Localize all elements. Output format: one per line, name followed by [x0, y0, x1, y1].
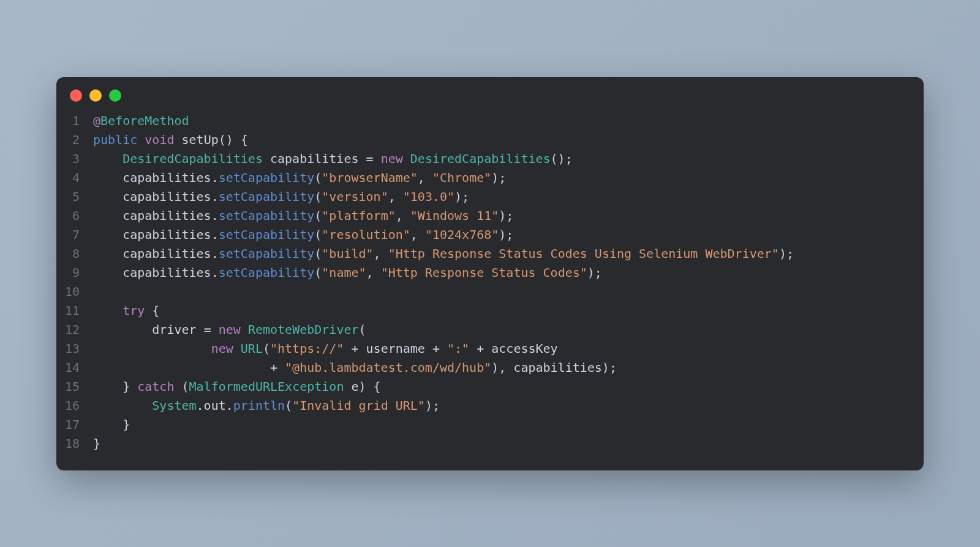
token-punct: );: [425, 398, 440, 413]
token-punct: [93, 303, 123, 318]
line-number: 12: [56, 320, 93, 339]
token-var: capabilities.: [93, 227, 219, 242]
code-line: 14 + "@hub.lambdatest.com/wd/hub"), capa…: [56, 358, 924, 377]
code-content[interactable]: DesiredCapabilities capabilities = new D…: [93, 149, 924, 168]
code-content[interactable]: capabilities.setCapability("platform", "…: [93, 206, 924, 225]
token-punct: {: [145, 303, 159, 318]
token-punct: (: [174, 379, 189, 394]
token-punct: (: [314, 246, 322, 261]
token-var: accessKey: [484, 341, 557, 356]
code-line: 6 capabilities.setCapability("platform",…: [56, 206, 924, 225]
line-number: 17: [56, 415, 93, 434]
code-content[interactable]: capabilities.setCapability("version", "1…: [93, 187, 924, 206]
token-punct: [137, 132, 145, 147]
token-string: "platform": [322, 208, 395, 223]
code-content[interactable]: [93, 282, 924, 301]
code-line: 8 capabilities.setCapability("build", "H…: [56, 244, 924, 263]
token-punct: [211, 322, 219, 337]
maximize-icon[interactable]: [109, 89, 121, 102]
code-line: 17 }: [56, 415, 924, 434]
token-keyword: new: [211, 341, 233, 356]
token-punct: ,: [366, 265, 381, 280]
token-keyword: new: [219, 322, 241, 337]
token-string: "Invalid grid URL": [292, 398, 425, 413]
token-string: "browserName": [322, 170, 418, 185]
token-punct: [174, 132, 181, 147]
code-content[interactable]: capabilities.setCapability("resolution",…: [93, 225, 924, 244]
token-type: URL: [241, 341, 263, 356]
line-number: 4: [56, 168, 93, 187]
code-content[interactable]: new URL("https://" + username + ":" + ac…: [93, 339, 924, 358]
code-content[interactable]: }: [93, 434, 924, 453]
line-number: 18: [56, 434, 93, 453]
token-punct: );: [499, 208, 513, 223]
token-op: +: [477, 341, 484, 356]
token-type: DesiredCapabilities: [410, 151, 551, 166]
token-method-def: setUp: [182, 132, 219, 147]
token-punct: () {: [219, 132, 248, 147]
code-content[interactable]: public void setUp() {: [93, 130, 924, 149]
token-method: setCapability: [219, 246, 315, 261]
token-punct: (: [314, 227, 322, 242]
code-content[interactable]: }: [93, 415, 924, 434]
token-punct: ,: [388, 189, 403, 204]
code-content[interactable]: try {: [93, 301, 924, 320]
token-punct: ();: [551, 151, 573, 166]
token-keyword: void: [145, 132, 174, 147]
line-number: 10: [56, 282, 93, 301]
line-number: 3: [56, 149, 93, 168]
code-line: 15 } catch (MalformedURLException e) {: [56, 377, 924, 396]
token-method: println: [233, 398, 285, 413]
code-line: 18}: [56, 434, 924, 453]
token-punct: ,: [374, 246, 388, 261]
code-content[interactable]: capabilities.setCapability("browserName"…: [93, 168, 924, 187]
token-punct: [93, 151, 123, 166]
window-titlebar: [56, 77, 924, 108]
code-content[interactable]: driver = new RemoteWebDriver(: [93, 320, 924, 339]
token-method: setCapability: [219, 170, 315, 185]
token-punct: [93, 360, 270, 375]
token-punct: }: [93, 417, 130, 432]
token-punct: );: [779, 246, 794, 261]
token-string: "build": [322, 246, 373, 261]
code-line: 12 driver = new RemoteWebDriver(: [56, 320, 924, 339]
code-line: 16 System.out.println("Invalid grid URL"…: [56, 396, 924, 415]
token-var: capabilities.: [93, 170, 219, 185]
token-string: "name": [322, 265, 366, 280]
code-content[interactable]: @BeforeMethod: [93, 111, 924, 130]
code-content[interactable]: System.out.println("Invalid grid URL");: [93, 396, 924, 415]
token-string: "Http Response Status Codes": [381, 265, 587, 280]
code-line: 10: [56, 282, 924, 301]
token-punct: (: [314, 170, 322, 185]
token-punct: [233, 341, 241, 356]
token-op: +: [270, 360, 277, 375]
token-var: capabilities.: [93, 189, 219, 204]
code-content[interactable]: capabilities.setCapability("name", "Http…: [93, 263, 924, 282]
token-punct: ,: [396, 208, 410, 223]
token-string: "https://": [270, 341, 344, 356]
token-string: "Chrome": [432, 170, 491, 185]
token-punct: ,: [410, 227, 425, 242]
token-punct: );: [499, 227, 513, 242]
code-line: 9 capabilities.setCapability("name", "Ht…: [56, 263, 924, 282]
code-content[interactable]: } catch (MalformedURLException e) {: [93, 377, 924, 396]
line-number: 1: [56, 111, 93, 130]
token-punct: );: [454, 189, 469, 204]
code-area[interactable]: 1@BeforeMethod2public void setUp() {3 De…: [56, 108, 924, 453]
token-annotation-at: @: [93, 113, 100, 128]
token-method: setCapability: [219, 189, 315, 204]
token-op: =: [366, 151, 374, 166]
code-line: 7 capabilities.setCapability("resolution…: [56, 225, 924, 244]
minimize-icon[interactable]: [89, 89, 102, 102]
token-punct: (: [314, 189, 322, 204]
close-icon[interactable]: [70, 89, 82, 102]
token-var: capabilities.: [93, 208, 219, 223]
code-content[interactable]: capabilities.setCapability("build", "Htt…: [93, 244, 924, 263]
code-line: 11 try {: [56, 301, 924, 320]
token-string: "Http Response Status Codes Using Seleni…: [388, 246, 779, 261]
token-punct: [440, 341, 447, 356]
line-number: 7: [56, 225, 93, 244]
token-string: "version": [322, 189, 388, 204]
token-punct: [344, 341, 351, 356]
code-content[interactable]: + "@hub.lambdatest.com/wd/hub"), capabil…: [93, 358, 924, 377]
